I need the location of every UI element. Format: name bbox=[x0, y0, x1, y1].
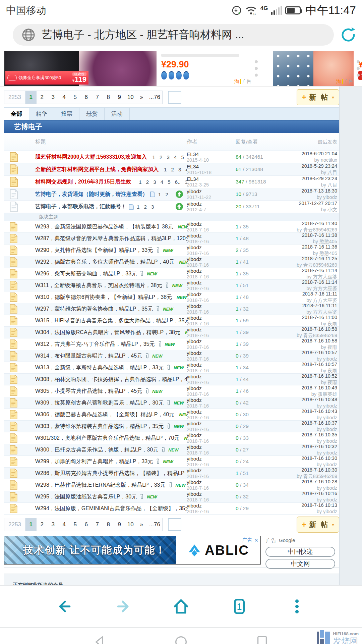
lastpost-by[interactable]: by 小文 bbox=[274, 207, 337, 213]
thread-title-link[interactable]: W312，古典弗兰克-马丁音乐作品，精品LP，35元 bbox=[35, 341, 155, 348]
thread-row[interactable]: W303，蒙特维尔第精装古典作品选辑，精品LP，35元 NEW yibodz 2… bbox=[4, 421, 339, 432]
thread-title-link[interactable]: 艺博电子，本部联系电话，汇款账号！ bbox=[35, 203, 126, 210]
thread-title-link[interactable]: W298，巴赫作品选辑,ETERNA纪念版，精品LP，33元 bbox=[35, 482, 166, 489]
page-link[interactable]: 4 bbox=[59, 91, 70, 104]
thread-row[interactable]: W309，拉莫原创古典芭蕾和歌剧音乐，精品LP，30元 NEW yibodz 2… bbox=[4, 397, 339, 409]
lastpost-date[interactable]: 2018-7-16 11:40 bbox=[274, 220, 337, 227]
page-link[interactable]: 9 bbox=[114, 518, 125, 531]
thread-row[interactable]: W314，布包限量版古典唱片，精品LP，45元 NEW yibodz 2018-… bbox=[4, 350, 339, 362]
lastpost-date[interactable]: 2018-7-16 11:38 bbox=[274, 232, 337, 238]
thread-row[interactable]: W312，古典弗兰克-马丁音乐作品，精品LP，35元 NEW yibodz 20… bbox=[4, 338, 339, 350]
lastpost-by[interactable]: by yibodz bbox=[274, 508, 337, 515]
thread-page-links[interactable]: 1 2 bbox=[158, 192, 168, 197]
page-link[interactable]: 3 bbox=[48, 91, 59, 104]
lastpost-date[interactable]: 2018-7-16 10:57 bbox=[274, 350, 337, 356]
thread-author[interactable]: yibodz bbox=[187, 397, 236, 403]
thread-row[interactable]: W300，巴托克古典音乐作品，德版，精品LP，30元 NEW yibodz 20… bbox=[4, 444, 339, 456]
page-link[interactable]: 2 bbox=[37, 518, 48, 531]
page-link[interactable]: 4 bbox=[59, 518, 70, 531]
thread-author[interactable]: EL34 bbox=[187, 176, 236, 182]
thread-author[interactable]: yibodz bbox=[187, 350, 236, 356]
ablic-ad-banner[interactable]: 技术创新 让不可能成为可能！ ABLIC 广告 ✕ bbox=[4, 536, 261, 565]
taobao-ad-right[interactable]: ¥29.80¥108 天猫 淘广告 bbox=[273, 51, 362, 86]
thread-author[interactable]: yibodz bbox=[187, 491, 236, 497]
lastpost-date[interactable]: 2018-7-16 10:58 bbox=[274, 326, 337, 332]
tab[interactable]: 活动 bbox=[105, 108, 130, 120]
thread-page-links[interactable]: 1 2 3 4 5 6.. 9 bbox=[152, 154, 187, 160]
thread-row[interactable]: W294，法国原版，GEMINIANI古典音乐作品，【全新级】，35元 NEW … bbox=[4, 503, 339, 515]
lastpost-by[interactable]: by 八目 bbox=[274, 182, 337, 188]
thread-title-link[interactable]: W290，莫扎特作品选辑【全新级】精品LP，33元 bbox=[35, 247, 153, 254]
page-link[interactable]: 2 bbox=[37, 91, 48, 104]
close-icon[interactable]: ✕ bbox=[254, 537, 258, 543]
thread-author[interactable]: yibodz bbox=[187, 315, 236, 321]
lastpost-date[interactable]: 2018-7-16 10:30 bbox=[274, 467, 337, 473]
thread-row[interactable]: W313，全新级，李斯特古典作品选辑，精品LP，33元 NEW yibodz 2… bbox=[4, 362, 339, 374]
lastpost-date[interactable]: 2018-7-16 11:00 bbox=[274, 314, 337, 321]
thread-row[interactable]: W304，法国原版RCA古典唱片，管风琴作品，精装LP，38元 NEW yibo… bbox=[4, 327, 339, 338]
thread-title-link[interactable]: W313，全新级，李斯特古典作品选辑，精品LP，33元 bbox=[35, 364, 164, 371]
page-link[interactable]: 3 bbox=[48, 518, 59, 531]
page-link[interactable]: ...76 bbox=[147, 91, 162, 104]
page-link[interactable]: 1 bbox=[25, 91, 37, 104]
sticky-thread-row[interactable]: 艺博电子，本部联系电话，汇款账号！ 1 2 3 yibodz 201 bbox=[4, 201, 339, 213]
page-link[interactable]: 7 bbox=[92, 518, 103, 531]
thread-author[interactable]: yibodz bbox=[187, 479, 236, 485]
tab[interactable]: 悬赏 bbox=[79, 108, 105, 120]
lastpost-by[interactable]: by noctilux bbox=[274, 157, 337, 163]
url-bar[interactable]: 艺博电子 - 北方地区 - 胆艺轩音响材料网 ... bbox=[13, 24, 334, 46]
lastpost-date[interactable]: 2018-7-16 10:35 bbox=[274, 432, 337, 438]
lastpost-date[interactable]: 2018-5-29 23:24 bbox=[274, 175, 337, 182]
thread-title-link[interactable]: W296，柴可夫斯基交响曲，精品LP，33元 bbox=[35, 270, 137, 277]
thread-author[interactable]: yibodz bbox=[187, 291, 236, 298]
thread-row[interactable]: W315，HIFI录音的古典音乐合集，多位大师作品，精品LP，35元 NEW y… bbox=[4, 315, 339, 327]
page-link[interactable]: ...76 bbox=[147, 518, 162, 531]
lastpost-date[interactable]: 2018-7-13 18:30 bbox=[274, 188, 337, 194]
page-link[interactable]: 6 bbox=[81, 91, 92, 104]
thread-author[interactable]: yibodz bbox=[187, 468, 236, 474]
thread-author[interactable]: yibodz bbox=[187, 432, 236, 438]
thread-row[interactable]: W305，小提琴古典作品选辑，精品LP，45元 NEW yibodz 2018-… bbox=[4, 385, 339, 397]
thread-row[interactable]: W287，典范级录音的管风琴古典音乐作品选辑，精品3LP，120元 NEW yi… bbox=[4, 233, 339, 245]
thread-row[interactable]: W301/302，奥地利产原版古典音乐作品选辑，精品LP，70元 NEW yib… bbox=[4, 432, 339, 444]
ad-close-control[interactable]: 广告 ✕ bbox=[242, 537, 258, 543]
thread-author[interactable]: yibodz bbox=[187, 189, 236, 195]
back-button[interactable] bbox=[56, 597, 74, 615]
thread-row[interactable]: W295，法国原版油纸装古典音乐LP，30元 NEW yibodz 2018-7… bbox=[4, 491, 339, 503]
google-ad-link-2[interactable]: 中文网 bbox=[265, 559, 335, 569]
lastpost-date[interactable]: 2018-5-29 23:24 bbox=[274, 163, 337, 169]
page-link[interactable]: 1 bbox=[25, 518, 37, 531]
refresh-button[interactable] bbox=[339, 26, 357, 44]
lastpost-date[interactable]: 2018-7-16 10:13 bbox=[274, 502, 337, 508]
thread-title-link[interactable]: W306，德版巴赫古典作品选辑，【全新级】精品LP，40元 bbox=[35, 411, 174, 418]
sticky-thread-row[interactable]: 胆艺轩材料网2000人大群:156333103,欢迎加入 1 2 3 4 5 6… bbox=[4, 151, 339, 163]
new-post-button[interactable]: + 新 帖 ▾ bbox=[297, 517, 339, 533]
thread-title-link[interactable]: W308，柏林交响乐团、卡拉扬指挥，古典作品选辑，精品LP，40元 bbox=[35, 376, 187, 383]
sticky-thread-row[interactable]: 全新的胆艺轩材料网交易平台上线，免费招商家加入 1 2 3 4 5 6.. 7 … bbox=[4, 163, 339, 176]
lastpost-by[interactable]: by yibodz bbox=[274, 194, 337, 201]
thread-author[interactable]: yibodz bbox=[187, 245, 236, 251]
thread-author[interactable]: yibodz bbox=[187, 327, 236, 333]
lastpost-date[interactable]: 2018-7-16 10:32 bbox=[274, 443, 337, 450]
lastpost-date[interactable]: 2018-7-16 10:28 bbox=[274, 479, 337, 485]
lastpost-date[interactable]: 2018-7-16 11:14 bbox=[274, 267, 337, 274]
thread-author[interactable]: yibodz bbox=[187, 421, 236, 427]
thread-title-link[interactable]: W303，蒙特维尔第精装古典作品选辑，精品LP，35元 bbox=[35, 423, 164, 430]
thread-author[interactable]: yibodz bbox=[187, 303, 236, 309]
page-link[interactable]: 9 bbox=[114, 91, 125, 104]
thread-page-links[interactable]: 1 2 3 4 5 6.. 7 bbox=[164, 167, 187, 172]
android-recents-button[interactable] bbox=[254, 634, 270, 644]
lastpost-date[interactable]: 2017-12-27 20:17 bbox=[274, 200, 337, 207]
thread-row[interactable]: W308，柏林交响乐团、卡拉扬指挥，古典作品选辑，精品LP，40元 NEW yi… bbox=[4, 374, 339, 385]
page-link[interactable]: 5 bbox=[70, 91, 81, 104]
taobao-ad-left[interactable]: ¥29.90 领券全店享满300减50 狂欢价 ¥119 淘广告 bbox=[4, 51, 260, 86]
thread-title-link[interactable]: W293，全新级法国原版巴赫作品选辑，【精装版本】38元 bbox=[35, 223, 173, 230]
page-jump-input[interactable] bbox=[168, 518, 181, 531]
thread-title-link[interactable]: W301/302，奥地利产原版古典音乐作品选辑，精品LP，70元 bbox=[35, 435, 179, 442]
thread-author[interactable]: yibodz bbox=[187, 233, 236, 239]
thread-author[interactable]: yibodz bbox=[187, 338, 236, 344]
thread-title-link[interactable]: W299，加厚的匈牙利产古典唱片，精品LP，33元 bbox=[35, 458, 153, 465]
thread-title-link[interactable]: W304，法国原版RCA古典唱片，管风琴作品，精装LP，38元 bbox=[35, 329, 180, 336]
thread-title-link[interactable]: W300，巴托克古典音乐作品，德版，精品LP，30元 bbox=[35, 446, 158, 453]
thread-title-link[interactable]: W286，斯贝塔克拉姆古典小提琴作品选辑，【精装】，精品LP，45元 bbox=[35, 470, 187, 477]
